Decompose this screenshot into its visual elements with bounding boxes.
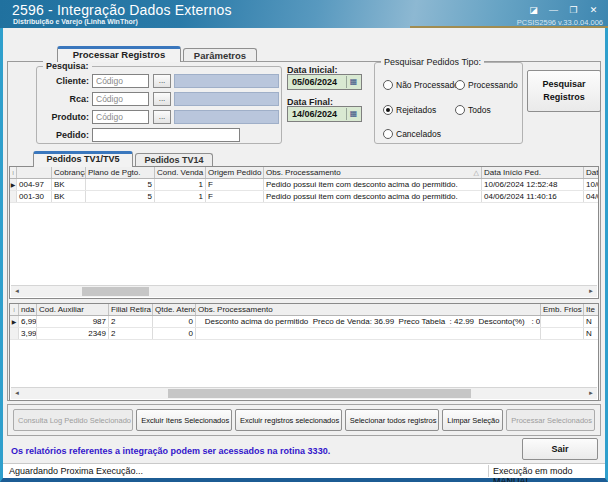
sort-asc-icon: △ — [474, 168, 479, 178]
row-indicator-icon: ▶ — [10, 316, 19, 327]
sair-button[interactable]: Sair — [522, 438, 598, 460]
itens-grid-header: ⁞ nda Cod. Auxiliar Filial Retira Qtde. … — [10, 304, 598, 316]
rca-codigo-input[interactable] — [92, 92, 149, 106]
pedidos-grid-hscrollbar[interactable]: ◄ ► — [11, 285, 597, 297]
data-inicial-field[interactable]: 05/06/2024 ▦ — [287, 74, 362, 90]
column-header[interactable]: Data Início Ped. — [482, 167, 584, 178]
scrollbar-thumb[interactable] — [168, 389, 471, 398]
status-left: Aguardando Proxima Execução... — [9, 466, 143, 476]
close-icon[interactable]: ✕ — [587, 4, 600, 16]
rca-lookup-button[interactable]: ... — [153, 92, 171, 106]
cell: 001-30 — [17, 191, 52, 202]
cell: Desconto acima do permitido Preco de Ven… — [196, 316, 541, 327]
pesquisa-group-label: Pesquisa: — [43, 61, 92, 71]
pedidos-tipo-group: Pesquisar Pedidos Tipo: Não Processados … — [374, 62, 523, 144]
produto-lookup-button[interactable]: ... — [153, 110, 171, 124]
column-header[interactable]: Filial Retira — [109, 304, 153, 315]
radio-todos[interactable]: Todos — [455, 104, 491, 115]
scroll-left-icon[interactable]: ◄ — [11, 286, 23, 297]
grid-row[interactable]: 001-30 BK 5 1 F Pedido possui item com d… — [10, 191, 598, 203]
radio-nao-processados[interactable]: Não Processados — [383, 79, 463, 90]
column-header[interactable]: ⁞ — [10, 167, 17, 178]
excluir-registros-button[interactable]: Excluir registros selecionados — [235, 409, 342, 431]
column-header[interactable]: Data — [584, 167, 598, 178]
cell — [541, 328, 584, 339]
row-indicator-icon — [10, 328, 19, 339]
cell: 1 — [155, 179, 206, 190]
column-header[interactable]: Origem Pedido — [206, 167, 264, 178]
column-header[interactable]: Cobrança — [52, 167, 86, 178]
cell: 0 — [153, 316, 196, 327]
cell: 987 — [37, 316, 109, 327]
cell: Pedido possui item com desconto acima do… — [264, 179, 482, 190]
column-header[interactable]: Qtde. Atend — [153, 304, 196, 315]
column-header[interactable]: Plano de Pgto. — [86, 167, 155, 178]
data-final-field[interactable]: 14/06/2024 ▦ — [287, 106, 362, 122]
consulta-log-button[interactable]: Consulta Log Pedido Selecionado — [13, 409, 133, 431]
produto-codigo-input[interactable] — [92, 110, 149, 124]
pedido-label: Pedido: — [39, 130, 89, 140]
radio-rejeitados[interactable]: Rejeitados — [383, 104, 436, 115]
column-header[interactable]: nda — [19, 304, 37, 315]
column-header[interactable]: Cod. Auxiliar — [37, 304, 109, 315]
tab-processar-registros[interactable]: Processar Registros — [57, 46, 181, 62]
cell: 10/06 — [584, 179, 598, 190]
radio-processando[interactable]: Processando — [455, 79, 518, 90]
scroll-right-icon[interactable]: ► — [585, 286, 597, 297]
calendar-icon[interactable]: ▦ — [346, 76, 360, 88]
itens-grid-hscrollbar[interactable]: ◄ ► — [11, 387, 597, 399]
actions-panel: Consulta Log Pedido Selecionado Excluir … — [7, 404, 601, 436]
data-final-value: 14/06/2024 — [292, 109, 337, 119]
tab-parametros[interactable]: Parâmetros — [183, 48, 257, 62]
cell: N — [584, 316, 598, 327]
radio-cancelados[interactable]: Cancelados — [383, 128, 441, 139]
rca-nome-field — [174, 92, 279, 106]
scroll-left-icon[interactable]: ◄ — [11, 388, 23, 399]
cell: 5 — [86, 191, 155, 202]
grid-row[interactable]: 3,99 2349 2 0 N — [10, 328, 598, 340]
column-header[interactable]: Cond. Venda — [155, 167, 206, 178]
app-window: 2596 - Integração Dados Externos Distrib… — [0, 0, 608, 482]
app-menu-icon[interactable]: ◪ — [527, 4, 540, 16]
radio-icon — [455, 105, 465, 115]
title-bar: 2596 - Integração Dados Externos Distrib… — [0, 0, 608, 28]
excluir-itens-button[interactable]: Excluir Itens Selecionados — [136, 409, 232, 431]
pedido-input[interactable] — [92, 128, 240, 142]
minimize-icon[interactable]: — — [547, 4, 560, 16]
grid-row[interactable]: ▶ 004-97 BK 5 1 F Pedido possui item com… — [10, 179, 598, 191]
cell: N — [584, 328, 598, 339]
status-right: Execução em modo MANUAL — [493, 466, 605, 482]
pesquisar-registros-button[interactable]: Pesquisar Registros — [527, 70, 601, 112]
column-header[interactable]: Obs. Processamento — [196, 304, 541, 315]
radio-icon — [455, 80, 465, 90]
calendar-icon[interactable]: ▦ — [346, 108, 360, 120]
column-header[interactable]: Ite — [584, 304, 598, 315]
pedidos-tipo-label: Pesquisar Pedidos Tipo: — [381, 57, 484, 67]
column-header[interactable]: ⁞ — [10, 304, 19, 315]
cell: 2349 — [37, 328, 109, 339]
produto-label: Produto: — [39, 112, 89, 122]
cliente-lookup-button[interactable]: ... — [153, 74, 171, 88]
column-header[interactable]: Obs. Processamento △ — [264, 167, 482, 178]
scroll-right-icon[interactable]: ► — [585, 388, 597, 399]
selecionar-todos-button[interactable]: Selecionar todos registros — [345, 409, 440, 431]
cell: BK — [52, 191, 86, 202]
column-header[interactable] — [17, 167, 52, 178]
status-divider — [488, 465, 489, 477]
cell: F — [206, 179, 264, 190]
maximize-icon[interactable]: ❐ — [567, 4, 580, 16]
pesquisa-group: Pesquisa: Cliente: ... Rca: ... Produto:… — [36, 66, 282, 144]
radio-icon — [383, 129, 393, 139]
column-header[interactable]: Emb. Frios — [541, 304, 584, 315]
tab-pedidos-tv14[interactable]: Pedidos TV14 — [135, 153, 213, 167]
cell: 5 — [86, 179, 155, 190]
tab-pedidos-tv1-tv5[interactable]: Pedidos TV1/TV5 — [33, 151, 133, 167]
grid-row[interactable]: ▶ 6,99 987 2 0 Desconto acima do permiti… — [10, 316, 598, 328]
limpar-selecao-button[interactable]: Limpar Seleção — [442, 409, 503, 431]
cliente-codigo-input[interactable] — [92, 74, 149, 88]
scrollbar-thumb[interactable] — [82, 287, 149, 296]
window-title: 2596 - Integração Dados Externos — [12, 2, 232, 18]
produto-nome-field — [174, 110, 279, 124]
cell: 0 — [153, 328, 196, 339]
processar-selecionados-button[interactable]: Processar Selecionados — [506, 409, 595, 431]
